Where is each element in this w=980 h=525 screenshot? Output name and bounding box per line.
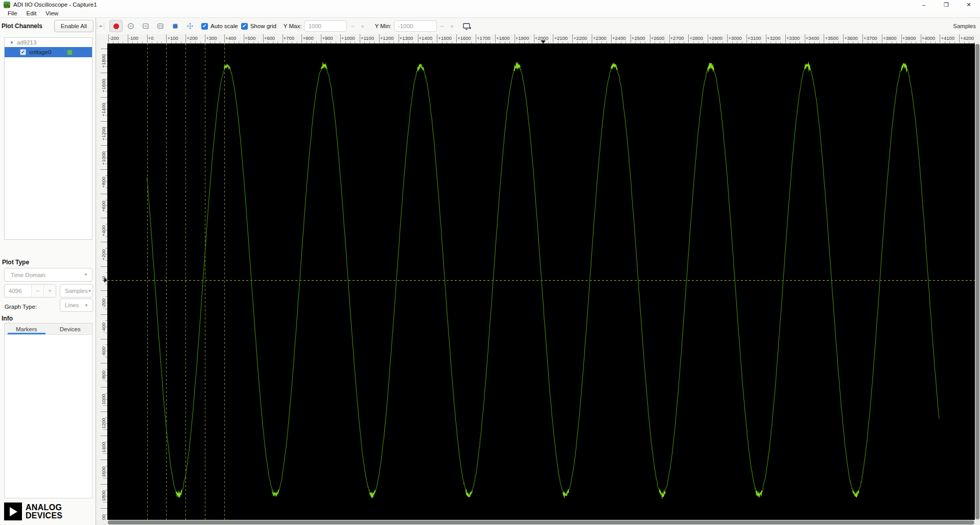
x-axis-marker-icon[interactable] (541, 40, 546, 43)
x-minor-tick (481, 41, 481, 43)
chevron-down-icon: ▼ (84, 272, 88, 277)
enable-all-button[interactable]: Enable All (54, 20, 94, 32)
menu-edit[interactable]: Edit (22, 10, 41, 16)
x-minor-tick (157, 41, 157, 43)
x-tick-label: +2900 (709, 35, 722, 41)
menu-file[interactable]: File (3, 10, 22, 16)
x-tick-label: +1900 (516, 35, 529, 41)
increment-button[interactable]: + (43, 285, 56, 297)
y-max-plus-button[interactable]: + (357, 22, 367, 30)
x-tick-label: +3400 (806, 35, 820, 41)
capture-button[interactable] (109, 20, 123, 32)
x-tick (534, 34, 534, 43)
x-minor-tick (229, 41, 229, 43)
device-button[interactable] (169, 20, 182, 32)
x-minor-tick (374, 41, 375, 43)
oscilloscope-plot[interactable] (107, 43, 975, 520)
plot-type-select[interactable]: Time Domain ▼ (4, 268, 92, 282)
x-ruler[interactable]: -200-100+0+100+200+300+400+500+600+700+8… (96, 34, 980, 43)
vertical-scrollbar[interactable] (975, 43, 980, 520)
auto-scale-checkbox[interactable]: ✔ Auto scale (201, 23, 238, 30)
x-minor-tick (195, 41, 196, 43)
y-tick-label: -1800 (100, 485, 107, 509)
y-minor-tick (105, 224, 107, 224)
y-minor-tick (105, 417, 107, 418)
y-min-plus-button[interactable]: + (447, 22, 457, 30)
tree-device-row[interactable]: ▼ ad9213 (5, 38, 92, 47)
x-tick-label: +2200 (573, 35, 587, 41)
x-tick-label: +3300 (786, 35, 800, 41)
move-button[interactable] (183, 20, 197, 32)
horizontal-scrollbar[interactable] (96, 520, 980, 525)
x-minor-tick (161, 41, 162, 43)
y-max-input[interactable] (304, 20, 347, 32)
menu-view[interactable]: View (41, 10, 63, 16)
x-minor-tick (210, 41, 211, 43)
x-tick-label: +3800 (883, 35, 897, 41)
x-minor-tick (606, 41, 607, 43)
x-minor-tick (703, 41, 704, 43)
zoom-out-circle-icon (127, 22, 134, 30)
x-minor-tick (466, 41, 466, 43)
y-axis-marker-icon[interactable] (104, 278, 107, 283)
zoom-out-circle-button[interactable] (124, 20, 137, 32)
record-icon (113, 24, 119, 29)
minimize-button[interactable]: – (913, 0, 935, 9)
decrement-button[interactable]: − (31, 285, 43, 297)
tab-markers[interactable]: Markers (5, 324, 49, 334)
horizontal-scrollbar-thumb[interactable] (108, 520, 974, 524)
y-min-minus-button[interactable]: − (437, 22, 447, 30)
x-tick (553, 34, 553, 43)
x-minor-tick (181, 41, 181, 43)
x-minor-tick (949, 41, 950, 43)
x-minor-tick (311, 41, 312, 43)
app-icon (4, 2, 10, 8)
y-max-label: Y Max: (284, 23, 302, 29)
y-tick-label: +1600 (100, 73, 107, 98)
y-min-input[interactable] (394, 20, 437, 32)
x-minor-tick (886, 41, 887, 43)
x-minor-tick (771, 41, 771, 43)
x-minor-tick (548, 41, 549, 43)
vertical-scrollbar-thumb[interactable] (975, 44, 979, 519)
channel-checkbox[interactable]: ✔ (20, 49, 26, 55)
x-minor-tick (123, 41, 123, 43)
expander-icon[interactable]: ▼ (10, 40, 15, 45)
x-minor-tick (814, 41, 814, 43)
x-tick (360, 34, 360, 43)
zoom-fit-button[interactable] (154, 20, 167, 32)
samples-axis-title: Samples (953, 23, 976, 29)
x-minor-tick (674, 41, 674, 43)
y-minor-tick (105, 164, 107, 164)
checkbox-checked-icon: ✔ (241, 23, 248, 30)
y-ruler[interactable]: +1800+1600+1400+1200+1000+800+600+400+20… (96, 43, 107, 520)
y-minor-tick (105, 139, 107, 140)
y-minor-tick (105, 345, 107, 345)
close-button[interactable]: ✕ (958, 0, 980, 9)
x-minor-tick (776, 41, 776, 43)
x-minor-tick (427, 41, 428, 43)
restore-button[interactable]: ❐ (935, 0, 958, 9)
y-minor-tick (105, 61, 107, 61)
screenshot-button[interactable] (460, 20, 474, 32)
x-minor-tick (171, 41, 172, 43)
zoom-out-box-button[interactable] (139, 20, 152, 32)
sample-count-value[interactable]: 4096 (5, 285, 31, 297)
channel-color-swatch[interactable] (67, 50, 73, 55)
graph-type-select[interactable]: Lines ▼ (60, 299, 93, 312)
x-tick-label: +700 (284, 35, 294, 41)
tab-devices[interactable]: Devices (49, 324, 92, 334)
y-max-minus-button[interactable]: − (347, 22, 357, 30)
x-minor-tick (277, 41, 278, 43)
y-min-label: Y Min: (375, 23, 391, 29)
show-grid-checkbox[interactable]: ✔ Show grid (241, 23, 276, 30)
x-minor-tick (113, 41, 113, 43)
sample-unit-select[interactable]: Samples ▼ (60, 284, 93, 298)
tree-channel-row[interactable]: ✔ voltage0 (5, 47, 92, 57)
x-tick (785, 34, 786, 43)
pane-handle-icon[interactable]: ◂▸ (97, 22, 104, 30)
device-icon (172, 22, 179, 30)
x-minor-tick (307, 41, 307, 43)
sample-count-stepper[interactable]: 4096 − + (4, 284, 56, 298)
device-name: ad9213 (17, 39, 36, 45)
